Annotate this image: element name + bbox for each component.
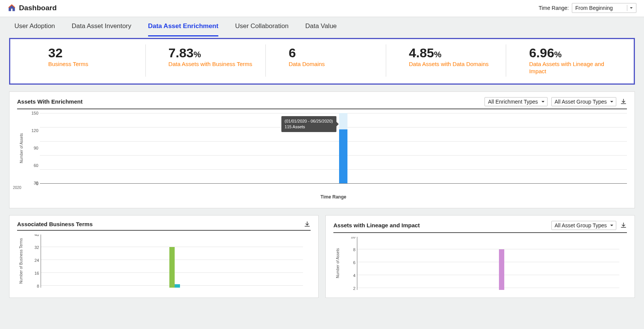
x-axis-label: Time Range — [40, 194, 627, 200]
chevron-down-icon — [610, 100, 614, 104]
download-icon[interactable] — [620, 222, 627, 229]
card-title: Associated Business Terms — [17, 221, 93, 227]
card-associated-business-terms: Associated Business Terms Number of Busi… — [9, 215, 319, 298]
chevron-down-icon — [541, 100, 545, 104]
chevron-down-icon — [627, 5, 633, 11]
home-icon — [8, 4, 16, 12]
download-icon[interactable] — [620, 98, 627, 105]
chart-bar-series-b[interactable] — [175, 284, 180, 288]
content-area: User Adoption Data Asset Inventory Data … — [0, 17, 644, 329]
time-range-label: Time Range: — [538, 5, 569, 11]
y-axis-label: Number of Assets — [17, 113, 25, 184]
x-tick: 2020 — [13, 186, 21, 190]
y-axis-label: Number of Business Terms — [17, 235, 25, 288]
enrichment-type-select[interactable]: All Enrichment Types — [485, 97, 547, 106]
time-range-select[interactable]: From Beginning — [572, 3, 636, 13]
tab-user-collaboration[interactable]: User Collaboration — [235, 22, 289, 36]
kpi-business-terms: 32 Business Terms — [18, 44, 145, 77]
kpi-assets-business-terms: 7.83% Data Assets with Business Terms — [145, 44, 266, 77]
asset-group-type-select[interactable]: All Asset Group Types — [551, 221, 616, 230]
chart-assets-with-enrichment: Number of Assets 150 120 90 60 30 0 (01/… — [17, 113, 627, 200]
tab-data-asset-inventory[interactable]: Data Asset Inventory — [72, 22, 131, 36]
y-axis-label: Number of Assets — [333, 237, 342, 290]
kpi-assets-data-domains: 4.85% Data Assets with Data Domains — [386, 44, 506, 77]
tab-data-asset-enrichment[interactable]: Data Asset Enrichment — [148, 22, 218, 36]
card-assets-lineage-impact: Assets with Lineage and Impact All Asset… — [325, 215, 635, 298]
page-title: Dashboard — [19, 4, 57, 12]
chevron-down-icon — [610, 224, 614, 227]
card-title: Assets with Lineage and Impact — [333, 222, 420, 228]
page-header: Dashboard Time Range: From Beginning — [0, 0, 644, 17]
chart-bar-value[interactable] — [339, 129, 347, 183]
tabs-bar: User Adoption Data Asset Inventory Data … — [0, 17, 644, 36]
chart-tooltip: (01/01/2020 - 06/25/2020) 115 Assets — [281, 116, 336, 132]
asset-group-type-select[interactable]: All Asset Group Types — [551, 97, 616, 106]
tab-user-adoption[interactable]: User Adoption — [14, 22, 55, 36]
chart-bar-series-a[interactable] — [499, 249, 504, 290]
download-icon[interactable] — [304, 221, 311, 228]
chart-bar-series-a[interactable] — [169, 247, 175, 288]
card-assets-with-enrichment: Assets With Enrichment All Enrichment Ty… — [9, 91, 635, 208]
chart-assets-lineage-impact: Number of Assets 10 8 6 4 2 — [333, 237, 627, 290]
kpi-assets-lineage-impact: 6.96% Data Assets with Lineage and Impac… — [506, 44, 626, 77]
tab-data-value[interactable]: Data Value — [305, 22, 337, 36]
chart-associated-business-terms: Number of Business Terms 40 32 24 16 8 — [17, 235, 311, 288]
kpi-panel: 32 Business Terms 7.83% Data Assets with… — [9, 38, 635, 85]
time-range-value: From Beginning — [575, 5, 613, 11]
kpi-data-domains: 6 Data Domains — [265, 44, 386, 77]
card-title: Assets With Enrichment — [17, 98, 82, 105]
